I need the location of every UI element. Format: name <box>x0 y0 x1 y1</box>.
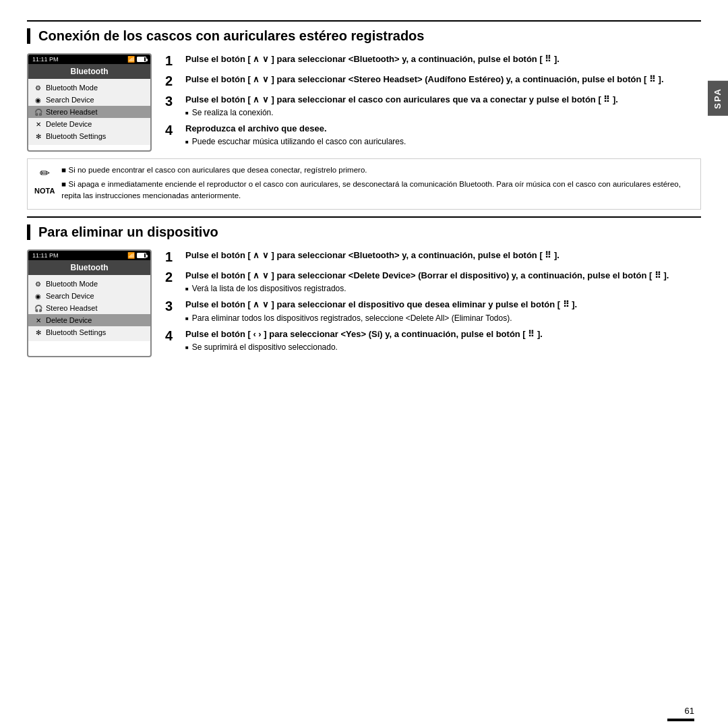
section2-content: 11:11 PM 📶 Bluetooth ⚙ Bluetooth Mode ◉ … <box>27 249 701 357</box>
pencil-icon: ✏ <box>40 164 50 183</box>
menu-label-search-1: Search Device <box>46 96 94 104</box>
step-bullet-1-3: Se realiza la conexión. <box>185 108 701 117</box>
section1-content: 11:11 PM 📶 Bluetooth ⚙ Bluetooth Mode ◉ … <box>27 53 701 152</box>
step-text-2-2: Pulse el botón [ ∧ ∨ ] para seleccionar … <box>185 270 701 293</box>
step-bold-2-1: Pulse el botón [ ∧ ∨ ] para seleccionar … <box>185 249 701 262</box>
bluetooth-mode-icon-1: ⚙ <box>34 84 42 92</box>
screen-menu-1: ⚙ Bluetooth Mode ◉ Search Device 🎧 Stere… <box>28 79 150 145</box>
bluetooth-mode-icon-2: ⚙ <box>34 280 42 288</box>
menu-label-search-2: Search Device <box>46 292 94 300</box>
nota-bullet-2: ■ Si apaga e inmediatamente enciende el … <box>61 179 694 202</box>
step-bold-2-2: Pulse el botón [ ∧ ∨ ] para seleccionar … <box>185 270 701 282</box>
step-text-1-2: Pulse el botón [ ∧ ∨ ] para seleccionar … <box>185 73 701 88</box>
step-num-2-3: 3 <box>165 299 180 322</box>
step2-1: 1 Pulse el botón [ ∧ ∨ ] para selecciona… <box>165 249 701 264</box>
step1-1: 1 Pulse el botón [ ∧ ∨ ] para selecciona… <box>165 53 701 68</box>
menu-delete-device-1: ✕ Delete Device <box>28 118 150 130</box>
screen-mockup-1: 11:11 PM 📶 Bluetooth ⚙ Bluetooth Mode ◉ … <box>27 53 152 152</box>
step-num-1-1: 1 <box>165 53 180 68</box>
page-number: 61 <box>685 706 694 716</box>
step-text-1-4: Reproduzca el archivo que desee. Puede e… <box>185 123 701 146</box>
step-text-2-1: Pulse el botón [ ∧ ∨ ] para seleccionar … <box>185 249 701 264</box>
screen-menu-2: ⚙ Bluetooth Mode ◉ Search Device 🎧 Stere… <box>28 275 150 341</box>
step-text-2-3: Pulse el botón [ ∧ ∨ ] para seleccionar … <box>185 299 701 322</box>
status-icons-1: 📶 <box>127 56 146 63</box>
settings-icon-1: ✻ <box>34 133 42 140</box>
nota-label: NOTA <box>34 185 55 197</box>
spa-tab: SPA <box>708 81 728 116</box>
step-num-1-4: 4 <box>165 123 180 146</box>
step2-4: 4 Pulse el botón [ ‹ › ] para selecciona… <box>165 328 701 352</box>
step-bold-2-4: Pulse el botón [ ‹ › ] para seleccionar … <box>185 328 701 340</box>
bluetooth-status-icon: 📶 <box>127 56 135 63</box>
headset-icon-1: 🎧 <box>34 109 42 116</box>
step-bold-1-3: Pulse el botón [ ∧ ∨ ] para seleccionar … <box>185 94 701 106</box>
section1-steps: 1 Pulse el botón [ ∧ ∨ ] para selecciona… <box>165 53 701 152</box>
menu-label-bluetooth-mode-1: Bluetooth Mode <box>46 84 98 92</box>
section2-title: Para eliminar un dispositivo <box>38 224 701 240</box>
battery-icon-2 <box>137 253 146 258</box>
menu-label-stereo-1: Stereo Headset <box>46 108 97 116</box>
menu-stereo-headset-1: 🎧 Stereo Headset <box>28 106 150 118</box>
search-icon-2: ◉ <box>34 293 42 300</box>
status-time-2: 11:11 PM <box>32 252 59 259</box>
menu-bt-settings-2: ✻ Bluetooth Settings <box>28 326 150 338</box>
section2-steps: 1 Pulse el botón [ ∧ ∨ ] para selecciona… <box>165 249 701 357</box>
screen-mockup-2: 11:11 PM 📶 Bluetooth ⚙ Bluetooth Mode ◉ … <box>27 249 152 357</box>
step-num-1-3: 3 <box>165 94 180 117</box>
step-num-2-2: 2 <box>165 270 180 293</box>
step-text-1-3: Pulse el botón [ ∧ ∨ ] para seleccionar … <box>185 94 701 117</box>
step-bold-1-4: Reproduzca el archivo que desee. <box>185 123 701 135</box>
step-bullet-1-4: Puede escuchar música utilizando el casc… <box>185 137 701 146</box>
delete-icon-1: ✕ <box>34 121 42 128</box>
battery-icon-1 <box>137 57 146 62</box>
screen-title-1: Bluetooth <box>28 64 150 79</box>
statusbar-2: 11:11 PM 📶 <box>28 251 150 260</box>
menu-label-delete-2: Delete Device <box>46 316 92 324</box>
bottom-bar <box>667 719 694 721</box>
menu-label-delete-1: Delete Device <box>46 120 92 128</box>
menu-label-stereo-2: Stereo Headset <box>46 304 97 312</box>
menu-delete-device-2: ✕ Delete Device <box>28 314 150 326</box>
section2-header: Para eliminar un dispositivo <box>27 224 701 240</box>
step-num-2-4: 4 <box>165 328 180 352</box>
screen-title-2: Bluetooth <box>28 260 150 275</box>
nota-icon-container: ✏ NOTA <box>34 164 55 204</box>
search-icon-1: ◉ <box>34 96 42 104</box>
menu-label-btmode-2: Bluetooth Mode <box>46 280 98 288</box>
step-num-1-2: 2 <box>165 73 180 88</box>
bluetooth-status-icon-2: 📶 <box>127 252 135 259</box>
menu-bt-settings-1: ✻ Bluetooth Settings <box>28 130 150 142</box>
menu-search-device-1: ◉ Search Device <box>28 94 150 106</box>
step-bullet-2-2: Verá la lista de los dispositivos regist… <box>185 284 701 293</box>
step1-3: 3 Pulse el botón [ ∧ ∨ ] para selecciona… <box>165 94 701 117</box>
nota-text-container: ■ Si no puede encontrar el casco con aur… <box>61 164 694 204</box>
step-bullet-2-4: Se suprimirá el dispositivo seleccionado… <box>185 342 701 352</box>
menu-stereo-headset-2: 🎧 Stereo Headset <box>28 302 150 314</box>
settings-icon-2: ✻ <box>34 329 42 336</box>
step-text-1-1: Pulse el botón [ ∧ ∨ ] para seleccionar … <box>185 53 701 68</box>
step-text-2-4: Pulse el botón [ ‹ › ] para seleccionar … <box>185 328 701 352</box>
menu-bluetooth-mode-2: ⚙ Bluetooth Mode <box>28 278 150 290</box>
statusbar-1: 11:11 PM 📶 <box>28 55 150 64</box>
step1-2: 2 Pulse el botón [ ∧ ∨ ] para selecciona… <box>165 73 701 88</box>
step-bold-1-1: Pulse el botón [ ∧ ∨ ] para seleccionar … <box>185 53 701 65</box>
step-bold-1-2: Pulse el botón [ ∧ ∨ ] para seleccionar … <box>185 73 701 86</box>
nota-bullet-1: ■ Si no puede encontrar el casco con aur… <box>61 164 694 176</box>
step-bold-2-3: Pulse el botón [ ∧ ∨ ] para seleccionar … <box>185 299 701 311</box>
status-icons-2: 📶 <box>127 252 146 259</box>
menu-label-settings-2: Bluetooth Settings <box>46 328 106 336</box>
delete-icon-2: ✕ <box>34 317 42 324</box>
step2-2: 2 Pulse el botón [ ∧ ∨ ] para selecciona… <box>165 270 701 293</box>
headset-icon-2: 🎧 <box>34 305 42 312</box>
section1-header: Conexión de los cascos con auriculares e… <box>27 28 701 44</box>
status-time-1: 11:11 PM <box>32 56 59 63</box>
nota-section: ✏ NOTA ■ Si no puede encontrar el casco … <box>27 158 701 210</box>
step1-4: 4 Reproduzca el archivo que desee. Puede… <box>165 123 701 146</box>
menu-label-settings-1: Bluetooth Settings <box>46 132 106 140</box>
section1-title: Conexión de los cascos con auriculares e… <box>38 28 701 44</box>
section2-container: Para eliminar un dispositivo 11:11 PM 📶 … <box>27 216 701 357</box>
step-bullet-2-3: Para eliminar todos los dispositivos reg… <box>185 313 701 323</box>
step-num-2-1: 1 <box>165 249 180 264</box>
menu-bluetooth-mode-1: ⚙ Bluetooth Mode <box>28 82 150 94</box>
